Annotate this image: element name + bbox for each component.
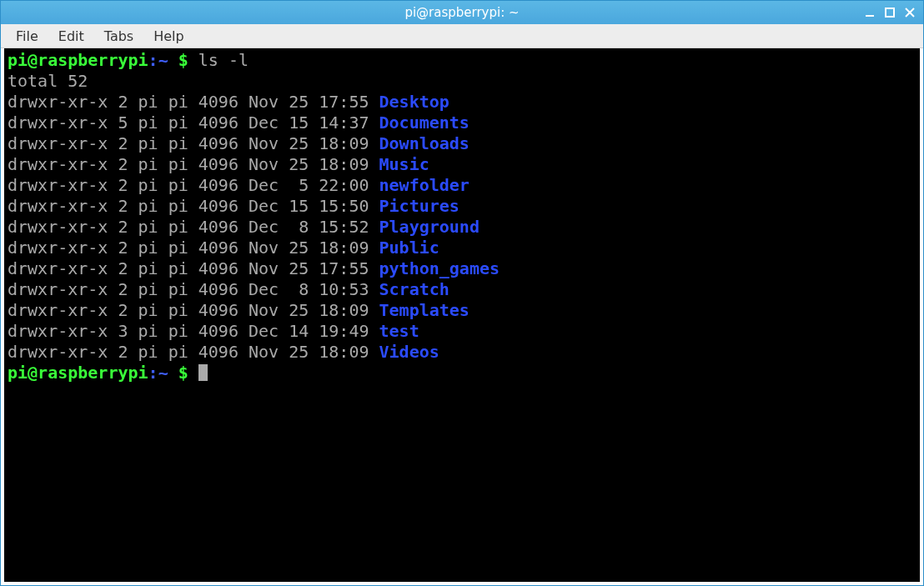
menu-help[interactable]: Help [145, 26, 192, 47]
listing-perm: drwxr-xr-x 2 pi pi 4096 Nov 25 18:09 [8, 238, 379, 258]
listing-perm: drwxr-xr-x 2 pi pi 4096 Dec 8 10:53 [8, 279, 379, 299]
listing-name: Music [379, 154, 429, 174]
prompt-symbol-2: $ [168, 363, 198, 383]
svg-rect-1 [886, 8, 894, 17]
listing-perm: drwxr-xr-x 2 pi pi 4096 Dec 8 15:52 [8, 217, 379, 237]
listing-name: test [379, 321, 419, 341]
listing-perm: drwxr-xr-x 2 pi pi 4096 Dec 15 15:50 [8, 196, 379, 216]
window-controls [861, 1, 918, 24]
menu-edit[interactable]: Edit [50, 26, 93, 47]
listing-perm: drwxr-xr-x 2 pi pi 4096 Nov 25 18:09 [8, 342, 379, 362]
listing-name: Documents [379, 113, 470, 133]
maximize-button[interactable] [881, 5, 898, 20]
listing-name: newfolder [379, 175, 470, 195]
listing-name: Downloads [379, 133, 470, 153]
close-button[interactable] [901, 5, 918, 20]
prompt-symbol: $ [168, 50, 198, 70]
prompt-path-2: ~ [158, 363, 168, 383]
terminal-wrap: pi@raspberrypi:~ $ ls -l total 52 drwxr-… [1, 48, 923, 585]
prompt-userhost-2: pi@raspberrypi [8, 363, 148, 383]
titlebar[interactable]: pi@raspberrypi: ~ [1, 1, 923, 24]
listing-perm: drwxr-xr-x 2 pi pi 4096 Nov 25 17:55 [8, 258, 379, 278]
listing-name: Playground [379, 217, 480, 237]
listing-name: Videos [379, 342, 439, 362]
listing-perm: drwxr-xr-x 5 pi pi 4096 Dec 15 14:37 [8, 113, 379, 133]
listing-perm: drwxr-xr-x 2 pi pi 4096 Nov 25 18:09 [8, 300, 379, 320]
prompt-userhost: pi@raspberrypi [8, 50, 148, 70]
listing-name: python_games [379, 258, 500, 278]
window-title: pi@raspberrypi: ~ [404, 5, 519, 20]
listing-name: Public [379, 238, 439, 258]
listing-perm: drwxr-xr-x 2 pi pi 4096 Nov 25 18:09 [8, 133, 379, 153]
command-text: ls -l [198, 50, 249, 70]
cursor [198, 364, 208, 381]
listing-name: Scratch [379, 279, 449, 299]
prompt-sep-2: : [148, 363, 158, 383]
listing-perm: drwxr-xr-x 2 pi pi 4096 Dec 5 22:00 [8, 175, 379, 195]
listing-name: Pictures [379, 196, 459, 216]
prompt-sep: : [148, 50, 158, 70]
prompt-path: ~ [158, 50, 168, 70]
minimize-button[interactable] [861, 5, 878, 20]
menubar: File Edit Tabs Help [1, 24, 923, 48]
listing-name: Templates [379, 300, 470, 320]
listing-perm: drwxr-xr-x 3 pi pi 4096 Dec 14 19:49 [8, 321, 379, 341]
terminal-window: pi@raspberrypi: ~ File Edit Tabs Help pi… [0, 0, 924, 586]
menu-file[interactable]: File [8, 26, 47, 47]
total-line: total 52 [8, 71, 88, 91]
listing-name: Desktop [379, 92, 449, 112]
listing-perm: drwxr-xr-x 2 pi pi 4096 Nov 25 17:55 [8, 92, 379, 112]
terminal[interactable]: pi@raspberrypi:~ $ ls -l total 52 drwxr-… [4, 48, 920, 582]
menu-tabs[interactable]: Tabs [96, 26, 142, 47]
listing-perm: drwxr-xr-x 2 pi pi 4096 Nov 25 18:09 [8, 154, 379, 174]
